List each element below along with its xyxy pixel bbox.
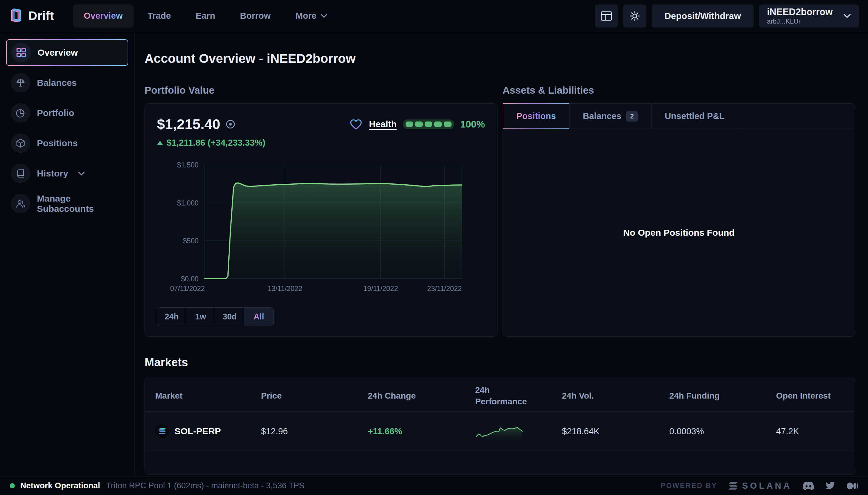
cube-icon bbox=[11, 134, 30, 153]
sidebar-item-balances[interactable]: Balances bbox=[6, 69, 128, 96]
market-name: SOL-PERP bbox=[175, 426, 221, 437]
discord-icon[interactable] bbox=[803, 481, 814, 491]
nav-trade-label: Trade bbox=[148, 11, 171, 21]
top-nav: Overview Trade Earn Borrow More bbox=[73, 4, 339, 28]
nav-trade[interactable]: Trade bbox=[137, 4, 182, 28]
assets-liabilities-card: Positions Balances 2 Unsettled P&L No Op… bbox=[503, 103, 856, 337]
balances-count-badge: 2 bbox=[626, 111, 638, 121]
sidebar-item-portfolio[interactable]: Portfolio bbox=[6, 100, 128, 126]
sidebar-item-label: History bbox=[37, 168, 68, 179]
nav-borrow-label: Borrow bbox=[240, 11, 271, 21]
chart-range-selector: 24h 1w 30d All bbox=[157, 307, 274, 326]
settings-button[interactable] bbox=[623, 4, 646, 28]
range-30d-button[interactable]: 30d bbox=[215, 308, 244, 326]
twitter-icon[interactable] bbox=[825, 482, 835, 490]
svg-text:19/11/2022: 19/11/2022 bbox=[363, 285, 398, 292]
layout-panels-icon bbox=[601, 11, 612, 21]
market-24h-funding: 0.0003% bbox=[669, 426, 776, 437]
markets-table-header: Market Price 24h Change 24h Performance … bbox=[145, 377, 855, 412]
market-24h-volume: $218.64K bbox=[562, 426, 669, 437]
chevron-down-icon bbox=[843, 14, 851, 18]
markets-table: Market Price 24h Change 24h Performance … bbox=[145, 377, 855, 475]
sidebar: Overview Balances Portfolio bbox=[0, 32, 135, 477]
layout-panels-button[interactable] bbox=[595, 4, 618, 28]
brand-name: Drift bbox=[29, 9, 54, 23]
markets-section-label: Markets bbox=[145, 356, 855, 369]
svg-text:$1,000: $1,000 bbox=[177, 199, 199, 207]
nav-more-label: More bbox=[295, 11, 316, 21]
main-content: Account Overview - iNEED2borrow Portfoli… bbox=[135, 32, 868, 477]
users-icon bbox=[11, 194, 30, 214]
powered-by-label: POWERED BY bbox=[660, 482, 717, 490]
portfolio-change: $1,211.86 (+34,233.33%) bbox=[167, 138, 265, 148]
account-menu-button[interactable]: iNEED2borrow arbJ...KLUi bbox=[759, 4, 859, 28]
chevron-down-icon bbox=[321, 14, 327, 18]
heart-icon bbox=[349, 118, 363, 131]
grid-icon bbox=[12, 43, 31, 62]
solana-coin-icon bbox=[155, 424, 169, 438]
solana-logo: SOLANA bbox=[728, 481, 792, 491]
sidebar-item-positions[interactable]: Positions bbox=[6, 130, 128, 156]
range-all-button[interactable]: All bbox=[244, 308, 274, 326]
account-address: arbJ...KLUi bbox=[767, 18, 833, 25]
nav-overview[interactable]: Overview bbox=[73, 4, 134, 28]
nav-borrow[interactable]: Borrow bbox=[229, 4, 282, 28]
gear-icon bbox=[629, 10, 641, 22]
tab-positions-label: Positions bbox=[517, 111, 556, 121]
topbar-actions: Deposit/Withdraw iNEED2borrow arbJ...KLU… bbox=[595, 4, 859, 28]
svg-text:$0.00: $0.00 bbox=[181, 275, 198, 283]
health-label[interactable]: Health bbox=[369, 119, 397, 129]
assets-liabilities-section: Assets & Liabilities Positions Balances … bbox=[503, 85, 856, 337]
deposit-withdraw-button[interactable]: Deposit/Withdraw bbox=[652, 4, 754, 28]
chevron-down-icon bbox=[78, 171, 85, 176]
range-1w-button[interactable]: 1w bbox=[186, 308, 215, 326]
rpc-status: Triton RPC Pool 1 (602ms) - mainnet-beta… bbox=[106, 481, 305, 491]
tab-unsettled-pnl-label: Unsettled P&L bbox=[665, 111, 725, 121]
network-status-dot bbox=[10, 483, 15, 488]
portfolio-section-label: Portfolio Value bbox=[145, 85, 497, 96]
market-24h-change: +11.66% bbox=[368, 426, 475, 437]
sidebar-item-label: Positions bbox=[37, 138, 78, 149]
range-24h-button[interactable]: 24h bbox=[157, 308, 186, 326]
col-open-interest: Open Interest bbox=[776, 387, 845, 402]
range-30d-label: 30d bbox=[223, 312, 237, 322]
sidebar-item-manage-subaccounts[interactable]: Manage Subaccounts bbox=[6, 190, 128, 217]
table-row-sol-perp[interactable]: SOL-PERP $12.96 +11.66% $218.64K 0.0003%… bbox=[145, 412, 855, 451]
col-24h-change: 24h Change bbox=[368, 387, 475, 402]
sidebar-item-label: Portfolio bbox=[37, 108, 74, 118]
assets-section-label: Assets & Liabilities bbox=[503, 85, 856, 96]
health-percent: 100% bbox=[460, 119, 485, 130]
nav-overview-label: Overview bbox=[84, 11, 123, 21]
health-indicator: Health 100% bbox=[349, 118, 485, 131]
drift-logo[interactable]: Drift bbox=[9, 8, 54, 24]
nav-earn[interactable]: Earn bbox=[185, 4, 226, 28]
portfolio-chart[interactable]: $0.00$500$1,000$1,50007/11/202213/11/202… bbox=[157, 156, 485, 300]
svg-text:07/11/2022: 07/11/2022 bbox=[170, 285, 204, 292]
nav-earn-label: Earn bbox=[196, 11, 215, 21]
col-24h-performance: 24h Performance bbox=[475, 381, 542, 407]
change-up-icon bbox=[157, 141, 163, 145]
tab-unsettled-pnl[interactable]: Unsettled P&L bbox=[652, 104, 738, 129]
no-positions-message: No Open Positions Found bbox=[503, 129, 855, 336]
nav-more[interactable]: More bbox=[284, 4, 338, 28]
eye-icon[interactable] bbox=[225, 119, 236, 130]
sidebar-item-history[interactable]: History bbox=[6, 160, 128, 187]
col-24h-funding: 24h Funding bbox=[669, 387, 776, 402]
medium-icon[interactable] bbox=[846, 482, 858, 490]
deposit-withdraw-label: Deposit/Withdraw bbox=[665, 11, 741, 21]
network-status[interactable]: Network Operational bbox=[20, 481, 100, 491]
sidebar-item-label: Overview bbox=[37, 48, 78, 58]
portfolio-value: $1,215.40 bbox=[157, 116, 220, 132]
status-bar: Network Operational Triton RPC Pool 1 (6… bbox=[0, 477, 868, 495]
portfolio-card: $1,215.40 $1,211.86 (+3 bbox=[145, 103, 497, 337]
sidebar-item-overview[interactable]: Overview bbox=[6, 39, 128, 66]
tab-balances[interactable]: Balances 2 bbox=[570, 104, 652, 129]
topbar: Drift Overview Trade Earn Borrow More bbox=[0, 0, 868, 32]
portfolio-section: Portfolio Value $1,215.40 bbox=[145, 85, 497, 337]
market-price: $12.96 bbox=[261, 426, 368, 437]
tab-positions[interactable]: Positions bbox=[503, 103, 570, 129]
col-24h-vol: 24h Vol. bbox=[562, 387, 669, 402]
assets-tabs: Positions Balances 2 Unsettled P&L bbox=[503, 104, 855, 129]
drift-logo-icon bbox=[9, 8, 23, 24]
range-24h-label: 24h bbox=[165, 312, 179, 322]
